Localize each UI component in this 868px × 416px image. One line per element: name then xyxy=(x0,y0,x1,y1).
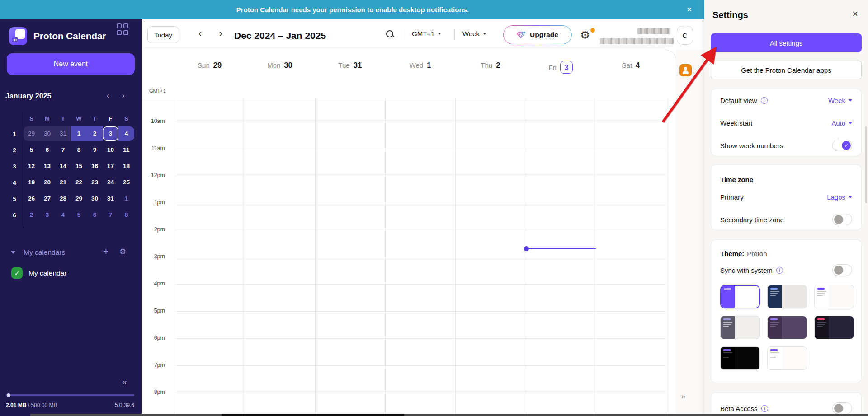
mini-cal-day[interactable]: 10 xyxy=(103,143,118,157)
primary-timezone-dropdown[interactable]: Lagos xyxy=(827,193,852,201)
avatar[interactable]: C xyxy=(677,26,693,45)
app-logo[interactable]: 31 Proton Calendar xyxy=(9,27,106,45)
mini-cal-day[interactable]: 4 xyxy=(118,126,134,141)
mini-cal-day[interactable]: 11 xyxy=(118,143,134,157)
time-grid[interactable]: 10am11am12pm1pm2pm3pm4pm5pm6pm7pm8pm xyxy=(142,98,676,416)
banner-message: Proton Calendar needs your permission to… xyxy=(236,6,469,14)
new-event-button[interactable]: New event xyxy=(7,53,135,75)
mini-cal-day[interactable]: 8 xyxy=(71,143,87,157)
close-icon[interactable]: × xyxy=(852,9,858,19)
search-icon[interactable] xyxy=(386,30,395,39)
settings-gear-icon[interactable]: ⚙ xyxy=(580,29,590,41)
mini-cal-day[interactable]: 23 xyxy=(87,175,103,190)
today-button[interactable]: Today xyxy=(147,26,179,43)
mini-cal-day[interactable]: 30 xyxy=(87,192,103,206)
chevron-down-icon[interactable] xyxy=(11,251,15,254)
app-switcher-icon[interactable] xyxy=(117,23,129,36)
mini-cal-day[interactable]: 1 xyxy=(71,126,87,141)
day-column-header[interactable]: Sun29 xyxy=(175,61,245,70)
scrollbar[interactable] xyxy=(865,126,867,203)
mini-cal-day[interactable]: 31 xyxy=(103,192,118,206)
secondary-timezone-toggle[interactable] xyxy=(832,214,852,225)
view-dropdown[interactable]: Week xyxy=(462,30,486,37)
mini-cal-day[interactable]: 7 xyxy=(103,208,118,222)
enable-notifications-link[interactable]: enable desktop notifications xyxy=(375,6,467,14)
info-icon[interactable]: i xyxy=(761,405,768,412)
mini-cal-day[interactable]: 2 xyxy=(87,126,103,141)
theme-tile-contrast-dark[interactable] xyxy=(814,316,854,339)
day-column-header[interactable]: Tue31 xyxy=(315,61,385,70)
collapse-sidebar-icon[interactable]: « xyxy=(122,377,127,387)
horizontal-scrollbar[interactable] xyxy=(30,414,868,416)
theme-tile-pure-white[interactable] xyxy=(767,346,807,370)
mini-cal-day[interactable]: 7 xyxy=(55,143,71,157)
previous-week-icon[interactable]: ‹ xyxy=(198,28,202,38)
timezone-dropdown[interactable]: GMT+1 xyxy=(412,30,441,37)
mini-cal-day[interactable]: 9 xyxy=(87,143,103,157)
mini-cal-day[interactable]: 3 xyxy=(39,208,55,222)
mini-cal-day[interactable]: 1 xyxy=(118,192,134,206)
mini-cal-day[interactable]: 5 xyxy=(24,143,39,157)
info-icon[interactable]: i xyxy=(761,97,768,104)
theme-tile-duotone[interactable] xyxy=(767,316,807,339)
mini-cal-day[interactable]: 6 xyxy=(87,208,103,222)
mini-cal-day[interactable]: 13 xyxy=(39,159,55,173)
banner-close-icon[interactable]: × xyxy=(687,0,692,19)
mini-cal-day[interactable]: 4 xyxy=(55,208,71,222)
get-apps-button[interactable]: Get the Proton Calendar apps xyxy=(711,61,862,79)
add-calendar-icon[interactable]: + xyxy=(103,246,109,257)
info-icon[interactable]: i xyxy=(776,267,783,274)
mini-cal-day[interactable]: 28 xyxy=(55,192,71,206)
mini-cal-day[interactable]: 12 xyxy=(24,159,39,173)
my-calendars-section-header[interactable]: My calendars + ⚙ xyxy=(11,247,133,258)
mini-calendar-prev-icon[interactable]: ‹ xyxy=(107,91,109,100)
mini-cal-day[interactable]: 2 xyxy=(24,208,39,222)
mini-cal-day[interactable]: 16 xyxy=(87,159,103,173)
calendar-settings-gear-icon[interactable]: ⚙ xyxy=(119,247,126,257)
sync-with-system-toggle[interactable] xyxy=(832,264,852,276)
mini-cal-day[interactable]: 21 xyxy=(55,175,71,190)
theme-tile-pure-black[interactable] xyxy=(720,346,760,370)
day-column-header[interactable]: Thu2 xyxy=(455,61,525,70)
mini-cal-day[interactable]: 6 xyxy=(39,143,55,157)
mini-cal-day[interactable]: 20 xyxy=(39,175,55,190)
mini-cal-day[interactable]: 30 xyxy=(39,126,55,141)
mini-cal-day-today[interactable]: 3 xyxy=(103,126,118,141)
next-week-icon[interactable]: › xyxy=(219,28,222,38)
mini-cal-day[interactable]: 22 xyxy=(71,175,87,190)
theme-tile-proton[interactable] xyxy=(720,285,760,308)
theme-tile-slate[interactable] xyxy=(720,316,760,339)
contacts-icon[interactable] xyxy=(679,64,692,76)
mini-cal-day[interactable]: 29 xyxy=(71,192,87,206)
calendar-list-item[interactable]: ✓ My calendar xyxy=(11,267,66,279)
mini-cal-day[interactable]: 25 xyxy=(118,175,134,190)
day-column-header[interactable]: Sat4 xyxy=(596,61,666,70)
day-column-header[interactable]: Fri3 xyxy=(526,61,596,74)
day-column-header[interactable]: Mon30 xyxy=(245,61,315,70)
beta-access-toggle[interactable] xyxy=(832,402,852,414)
scrollbar-thumb[interactable] xyxy=(222,414,404,416)
mini-cal-day[interactable]: 19 xyxy=(24,175,39,190)
mini-cal-day[interactable]: 29 xyxy=(24,126,39,141)
upgrade-button[interactable]: Upgrade xyxy=(503,25,572,44)
calendar-checkbox[interactable]: ✓ xyxy=(11,267,23,279)
mini-calendar-next-icon[interactable]: › xyxy=(122,91,125,100)
mini-cal-day[interactable]: 5 xyxy=(71,208,87,222)
day-column-header[interactable]: Wed1 xyxy=(385,61,455,70)
week-start-dropdown[interactable]: Auto xyxy=(831,119,852,127)
default-view-dropdown[interactable]: Week xyxy=(828,97,852,104)
mini-cal-day[interactable]: 8 xyxy=(118,208,134,222)
mini-cal-day[interactable]: 31 xyxy=(55,126,71,141)
show-week-numbers-toggle[interactable]: ✓ xyxy=(832,140,852,151)
mini-cal-day[interactable]: 14 xyxy=(55,159,71,173)
mini-cal-day[interactable]: 18 xyxy=(118,159,134,173)
mini-cal-day[interactable]: 24 xyxy=(103,175,118,190)
all-settings-button[interactable]: All settings xyxy=(711,33,862,52)
expand-panel-icon[interactable]: » xyxy=(681,392,685,401)
theme-tile-carbon[interactable] xyxy=(767,285,807,308)
mini-cal-day[interactable]: 17 xyxy=(103,159,118,173)
mini-cal-day[interactable]: 15 xyxy=(71,159,87,173)
mini-cal-day[interactable]: 26 xyxy=(24,192,39,206)
mini-cal-day[interactable]: 27 xyxy=(39,192,55,206)
theme-tile-snow[interactable] xyxy=(814,285,854,308)
